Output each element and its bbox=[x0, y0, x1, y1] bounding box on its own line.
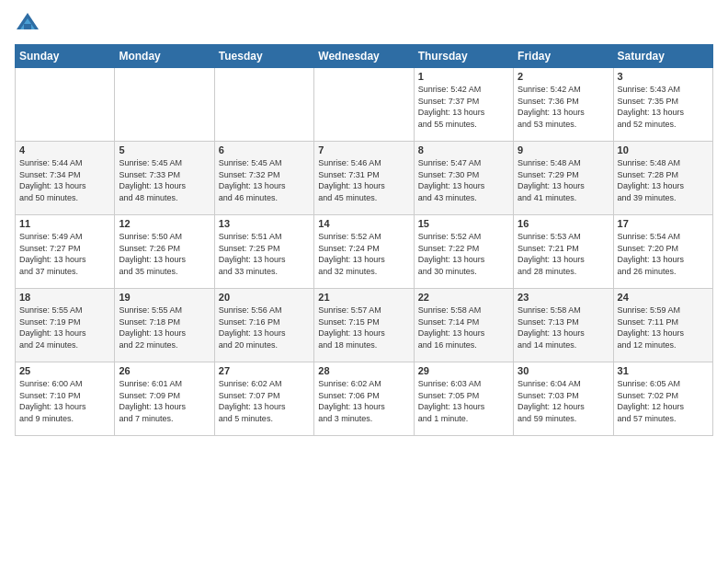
weekday-header: Friday bbox=[514, 45, 613, 68]
day-number: 11 bbox=[19, 218, 110, 229]
day-number: 4 bbox=[19, 144, 110, 155]
day-number: 16 bbox=[518, 218, 609, 229]
day-detail: Sunrise: 6:00 AM Sunset: 7:10 PM Dayligh… bbox=[19, 378, 110, 424]
logo bbox=[15, 11, 44, 37]
calendar-day bbox=[314, 68, 414, 142]
day-detail: Sunrise: 5:48 AM Sunset: 7:28 PM Dayligh… bbox=[618, 157, 709, 203]
calendar-day: 15Sunrise: 5:52 AM Sunset: 7:22 PM Dayli… bbox=[414, 215, 513, 289]
day-detail: Sunrise: 5:47 AM Sunset: 7:30 PM Dayligh… bbox=[418, 157, 509, 203]
header-row: SundayMondayTuesdayWednesdayThursdayFrid… bbox=[16, 45, 713, 68]
day-number: 8 bbox=[418, 144, 509, 155]
calendar-day: 29Sunrise: 6:03 AM Sunset: 7:05 PM Dayli… bbox=[414, 362, 513, 436]
day-number: 3 bbox=[618, 71, 709, 82]
day-number: 13 bbox=[219, 218, 310, 229]
day-number: 21 bbox=[318, 292, 409, 303]
header bbox=[15, 11, 713, 37]
calendar-day: 16Sunrise: 5:53 AM Sunset: 7:21 PM Dayli… bbox=[514, 215, 613, 289]
calendar-day bbox=[115, 68, 214, 142]
day-detail: Sunrise: 5:43 AM Sunset: 7:35 PM Dayligh… bbox=[618, 84, 709, 130]
calendar-day: 14Sunrise: 5:52 AM Sunset: 7:24 PM Dayli… bbox=[314, 215, 414, 289]
day-detail: Sunrise: 6:01 AM Sunset: 7:09 PM Dayligh… bbox=[119, 378, 210, 424]
day-number: 26 bbox=[119, 365, 210, 376]
day-detail: Sunrise: 6:05 AM Sunset: 7:02 PM Dayligh… bbox=[618, 378, 709, 424]
logo-icon bbox=[15, 11, 40, 37]
calendar-week: 4Sunrise: 5:44 AM Sunset: 7:34 PM Daylig… bbox=[16, 142, 713, 215]
calendar-day: 9Sunrise: 5:48 AM Sunset: 7:29 PM Daylig… bbox=[514, 142, 613, 215]
calendar-day: 31Sunrise: 6:05 AM Sunset: 7:02 PM Dayli… bbox=[613, 362, 712, 436]
day-detail: Sunrise: 6:04 AM Sunset: 7:03 PM Dayligh… bbox=[518, 378, 609, 424]
day-number: 9 bbox=[518, 144, 609, 155]
calendar-week: 18Sunrise: 5:55 AM Sunset: 7:19 PM Dayli… bbox=[16, 289, 713, 362]
day-detail: Sunrise: 5:49 AM Sunset: 7:27 PM Dayligh… bbox=[19, 231, 110, 277]
weekday-header: Saturday bbox=[613, 45, 712, 68]
day-number: 29 bbox=[418, 365, 509, 376]
day-number: 22 bbox=[418, 292, 509, 303]
day-number: 12 bbox=[119, 218, 210, 229]
calendar-day bbox=[16, 68, 115, 142]
page: SundayMondayTuesdayWednesdayThursdayFrid… bbox=[0, 0, 728, 563]
day-detail: Sunrise: 5:50 AM Sunset: 7:26 PM Dayligh… bbox=[119, 231, 210, 277]
day-detail: Sunrise: 5:57 AM Sunset: 7:15 PM Dayligh… bbox=[318, 304, 409, 350]
day-number: 30 bbox=[518, 365, 609, 376]
calendar-day: 25Sunrise: 6:00 AM Sunset: 7:10 PM Dayli… bbox=[16, 362, 115, 436]
day-detail: Sunrise: 5:52 AM Sunset: 7:22 PM Dayligh… bbox=[418, 231, 509, 277]
calendar-day: 22Sunrise: 5:58 AM Sunset: 7:14 PM Dayli… bbox=[414, 289, 513, 362]
day-number: 31 bbox=[618, 365, 709, 376]
calendar-week: 25Sunrise: 6:00 AM Sunset: 7:10 PM Dayli… bbox=[16, 362, 713, 436]
day-number: 25 bbox=[19, 365, 110, 376]
day-number: 2 bbox=[518, 71, 609, 82]
day-number: 24 bbox=[618, 292, 709, 303]
calendar-day bbox=[214, 68, 313, 142]
day-detail: Sunrise: 5:48 AM Sunset: 7:29 PM Dayligh… bbox=[518, 157, 609, 203]
day-detail: Sunrise: 5:58 AM Sunset: 7:14 PM Dayligh… bbox=[418, 304, 509, 350]
calendar-day: 4Sunrise: 5:44 AM Sunset: 7:34 PM Daylig… bbox=[16, 142, 115, 215]
calendar-day: 27Sunrise: 6:02 AM Sunset: 7:07 PM Dayli… bbox=[214, 362, 313, 436]
calendar-day: 7Sunrise: 5:46 AM Sunset: 7:31 PM Daylig… bbox=[314, 142, 414, 215]
day-detail: Sunrise: 5:56 AM Sunset: 7:16 PM Dayligh… bbox=[219, 304, 310, 350]
day-number: 14 bbox=[318, 218, 409, 229]
calendar-day: 5Sunrise: 5:45 AM Sunset: 7:33 PM Daylig… bbox=[115, 142, 214, 215]
day-detail: Sunrise: 5:59 AM Sunset: 7:11 PM Dayligh… bbox=[618, 304, 709, 350]
svg-rect-2 bbox=[24, 24, 31, 29]
day-detail: Sunrise: 5:51 AM Sunset: 7:25 PM Dayligh… bbox=[219, 231, 310, 277]
calendar-day: 1Sunrise: 5:42 AM Sunset: 7:37 PM Daylig… bbox=[414, 68, 513, 142]
calendar-day: 28Sunrise: 6:02 AM Sunset: 7:06 PM Dayli… bbox=[314, 362, 414, 436]
day-number: 20 bbox=[219, 292, 310, 303]
day-detail: Sunrise: 5:46 AM Sunset: 7:31 PM Dayligh… bbox=[318, 157, 409, 203]
day-number: 6 bbox=[219, 144, 310, 155]
calendar-table: SundayMondayTuesdayWednesdayThursdayFrid… bbox=[15, 44, 713, 436]
calendar-day: 3Sunrise: 5:43 AM Sunset: 7:35 PM Daylig… bbox=[613, 68, 712, 142]
weekday-header: Tuesday bbox=[214, 45, 313, 68]
calendar-day: 19Sunrise: 5:55 AM Sunset: 7:18 PM Dayli… bbox=[115, 289, 214, 362]
calendar-day: 13Sunrise: 5:51 AM Sunset: 7:25 PM Dayli… bbox=[214, 215, 313, 289]
day-detail: Sunrise: 5:45 AM Sunset: 7:32 PM Dayligh… bbox=[219, 157, 310, 203]
calendar-day: 23Sunrise: 5:58 AM Sunset: 7:13 PM Dayli… bbox=[514, 289, 613, 362]
calendar-day: 12Sunrise: 5:50 AM Sunset: 7:26 PM Dayli… bbox=[115, 215, 214, 289]
weekday-header: Thursday bbox=[414, 45, 513, 68]
day-detail: Sunrise: 6:02 AM Sunset: 7:07 PM Dayligh… bbox=[219, 378, 310, 424]
day-number: 19 bbox=[119, 292, 210, 303]
day-detail: Sunrise: 5:42 AM Sunset: 7:37 PM Dayligh… bbox=[418, 84, 509, 130]
calendar-week: 1Sunrise: 5:42 AM Sunset: 7:37 PM Daylig… bbox=[16, 68, 713, 142]
day-detail: Sunrise: 5:53 AM Sunset: 7:21 PM Dayligh… bbox=[518, 231, 609, 277]
calendar-day: 17Sunrise: 5:54 AM Sunset: 7:20 PM Dayli… bbox=[613, 215, 712, 289]
day-detail: Sunrise: 5:44 AM Sunset: 7:34 PM Dayligh… bbox=[19, 157, 110, 203]
day-detail: Sunrise: 5:55 AM Sunset: 7:18 PM Dayligh… bbox=[119, 304, 210, 350]
calendar-day: 24Sunrise: 5:59 AM Sunset: 7:11 PM Dayli… bbox=[613, 289, 712, 362]
day-detail: Sunrise: 5:45 AM Sunset: 7:33 PM Dayligh… bbox=[119, 157, 210, 203]
day-detail: Sunrise: 6:03 AM Sunset: 7:05 PM Dayligh… bbox=[418, 378, 509, 424]
day-number: 27 bbox=[219, 365, 310, 376]
calendar-day: 10Sunrise: 5:48 AM Sunset: 7:28 PM Dayli… bbox=[613, 142, 712, 215]
day-detail: Sunrise: 5:54 AM Sunset: 7:20 PM Dayligh… bbox=[618, 231, 709, 277]
day-number: 28 bbox=[318, 365, 409, 376]
day-detail: Sunrise: 5:55 AM Sunset: 7:19 PM Dayligh… bbox=[19, 304, 110, 350]
day-number: 10 bbox=[618, 144, 709, 155]
calendar-day: 30Sunrise: 6:04 AM Sunset: 7:03 PM Dayli… bbox=[514, 362, 613, 436]
day-number: 15 bbox=[418, 218, 509, 229]
weekday-header: Monday bbox=[115, 45, 214, 68]
day-number: 17 bbox=[618, 218, 709, 229]
calendar-day: 8Sunrise: 5:47 AM Sunset: 7:30 PM Daylig… bbox=[414, 142, 513, 215]
day-number: 1 bbox=[418, 71, 509, 82]
calendar-day: 26Sunrise: 6:01 AM Sunset: 7:09 PM Dayli… bbox=[115, 362, 214, 436]
day-detail: Sunrise: 6:02 AM Sunset: 7:06 PM Dayligh… bbox=[318, 378, 409, 424]
